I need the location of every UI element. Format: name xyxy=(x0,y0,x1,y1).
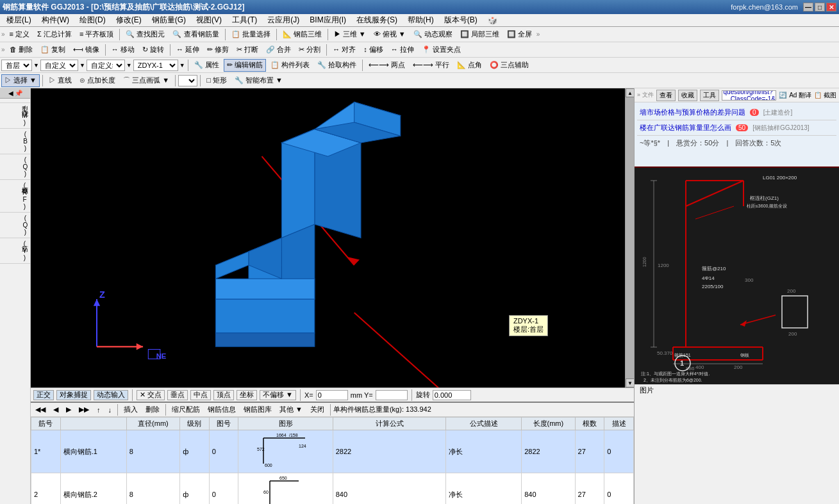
component-list-button[interactable]: 📋 构件列表 xyxy=(267,59,313,72)
nav-next-button[interactable]: ▶ xyxy=(63,403,74,416)
canvas-scrollbar[interactable]: ▲ ▼ xyxy=(625,88,634,387)
rotate-input[interactable] xyxy=(433,390,471,400)
left-item-q2[interactable]: (Q) xyxy=(0,213,30,238)
left-item-b[interactable]: (B) xyxy=(0,129,30,154)
parallel-button[interactable]: ⟵⟶ 平行 xyxy=(410,59,453,72)
3d-canvas[interactable]: Z NE ZDYX-1 楼层:首层 xyxy=(31,88,625,387)
find-element-button[interactable]: 🔍 查找图元 xyxy=(122,28,168,41)
menu-bim[interactable]: BIM应用(I) xyxy=(306,14,350,26)
web-link-2[interactable]: 楼在广联达钢筋算量里怎么画 xyxy=(640,124,731,131)
mirror-button[interactable]: ⟻ 镜像 xyxy=(70,44,103,56)
orthogonal-toggle[interactable]: 正交 xyxy=(33,390,54,400)
coordinate-toggle[interactable]: 坐标 xyxy=(237,390,257,400)
rotate-button[interactable]: ↻ 旋转 xyxy=(139,44,167,56)
split-button[interactable]: ✂ 分割 xyxy=(295,44,324,56)
dynamic-obs-button[interactable]: 🔍 动态观察 xyxy=(410,28,456,41)
break-button[interactable]: ✂ 打断 xyxy=(233,44,262,56)
midpoint-toggle[interactable]: 中点 xyxy=(190,390,211,400)
nav-first-button[interactable]: ◀◀ xyxy=(32,403,49,416)
3d-button[interactable]: ▶ 三维 ▼ xyxy=(331,28,369,41)
close-table-button[interactable]: 关闭 xyxy=(307,403,328,416)
pick-component-button[interactable]: 🔧 拾取构件 xyxy=(314,59,360,72)
web-item-2[interactable]: 楼在广联达钢筋算量里怎么画 50 [钢筋抽样GGJ2013] xyxy=(637,120,836,136)
panel-toggle[interactable]: ◀ xyxy=(8,90,13,97)
left-item-m[interactable]: 绕(M) xyxy=(0,103,30,129)
clip-btn[interactable]: 📋 截图 xyxy=(814,91,836,100)
define-select[interactable]: 自定义 xyxy=(40,60,78,71)
extend-button[interactable]: ↔ 延伸 xyxy=(173,44,203,56)
line-button[interactable]: ▷ 直线 xyxy=(46,74,75,87)
point-angle-button[interactable]: 📐 点角 xyxy=(454,59,485,72)
rectangle-button[interactable]: □ 矩形 xyxy=(203,74,230,87)
two-point-button[interactable]: ⟵⟶ 两点 xyxy=(365,59,408,72)
left-item-q[interactable]: (Q) xyxy=(0,154,30,180)
arc-button[interactable]: ⌒ 三点画弧 ▼ xyxy=(120,74,172,87)
tools-nav-btn[interactable]: 工具 xyxy=(700,90,719,101)
merge-button[interactable]: 🔗 合并 xyxy=(263,44,294,56)
left-item-type[interactable]: 型 xyxy=(0,99,30,103)
menu-floor[interactable]: 楼层(L) xyxy=(3,14,35,26)
set-grip-button[interactable]: 📍 设置夹点 xyxy=(419,44,464,56)
scroll-up-button[interactable]: ▲ xyxy=(626,88,634,97)
translate-btn[interactable]: Ad 翻译 xyxy=(789,91,811,100)
y-input[interactable] xyxy=(376,390,408,400)
offset-button[interactable]: ↕ 偏移 xyxy=(360,44,386,56)
total-calc-button[interactable]: Σ 汇总计算 xyxy=(34,28,75,41)
three-point-aux-button[interactable]: ⭕ 三点辅助 xyxy=(486,59,532,72)
align-slab-button[interactable]: ≡ 平齐板顶 xyxy=(76,28,117,41)
menu-rebar-qty[interactable]: 钢筋量(G) xyxy=(148,14,190,26)
delete-button[interactable]: 🗑 删除 xyxy=(6,44,36,56)
rebar-library-button[interactable]: 钢筋图库 xyxy=(240,403,275,416)
property-button[interactable]: 🔧 属性 xyxy=(191,59,222,72)
intersection-toggle[interactable]: ✕ 交点 xyxy=(137,390,165,400)
stretch-button[interactable]: ↔ 拉伸 xyxy=(388,44,417,56)
insert-button[interactable]: 插入 xyxy=(120,403,141,416)
nav-prev-button[interactable]: ◀ xyxy=(50,403,62,416)
delete-row-button[interactable]: 删除 xyxy=(142,403,163,416)
scroll-down-button[interactable]: ▼ xyxy=(626,378,634,387)
restore-button[interactable]: □ xyxy=(815,3,825,12)
favorites-btn[interactable]: 收藏 xyxy=(678,90,697,101)
menu-draw[interactable]: 绘图(D) xyxy=(76,14,110,26)
floor-select[interactable]: 首层 xyxy=(1,60,32,71)
table-row[interactable]: 1* 横向钢筋.1 8 ф 0 166 xyxy=(31,430,634,473)
define2-select[interactable]: 自定义线 xyxy=(87,60,125,71)
dynamic-input-toggle[interactable]: 动态输入 xyxy=(94,390,128,400)
web-item-1[interactable]: 墙市场价格与预算价格的差异问题 0 [土建造价] xyxy=(637,105,836,120)
left-item-kzq[interactable]: 框墙(RF) xyxy=(0,180,30,213)
nav-down-button[interactable]: ↓ xyxy=(105,403,115,416)
left-item-y[interactable]: 筋(Y) xyxy=(0,238,30,264)
menu-cloud[interactable]: 云应用(J) xyxy=(263,14,303,26)
menu-icon[interactable]: 🎲 xyxy=(484,15,501,26)
scroll-thumb[interactable] xyxy=(626,97,634,378)
no-offset-toggle[interactable]: 不偏移 ▼ xyxy=(260,390,296,400)
copy-button[interactable]: 📋 复制 xyxy=(37,44,69,56)
shape-select[interactable] xyxy=(178,75,197,86)
web-link-1[interactable]: 墙市场价格与预算价格的差异问题 xyxy=(640,108,745,116)
menu-help[interactable]: 帮助(H) xyxy=(404,14,438,26)
refresh-icon[interactable]: 🔄 xyxy=(779,92,786,99)
select-button[interactable]: ▷ 选择 ▼ xyxy=(1,74,40,87)
menu-component[interactable]: 构件(W) xyxy=(38,14,73,26)
scale-rebar-button[interactable]: 缩尺配筋 xyxy=(169,403,203,416)
rebar-3d-button[interactable]: 📐 钢筋三维 xyxy=(279,28,325,41)
move-button[interactable]: ↔ 移动 xyxy=(108,44,138,56)
view-btn[interactable]: 查看 xyxy=(656,90,676,101)
trim-button[interactable]: ✏ 修剪 xyxy=(204,44,232,56)
menu-tools[interactable]: 工具(T) xyxy=(228,14,261,26)
url-bar[interactable]: question/gml/list?__ClassCode=-1&__I xyxy=(724,90,777,101)
menu-version[interactable]: 版本号(B) xyxy=(440,14,481,26)
nav-up-button[interactable]: ↑ xyxy=(94,403,104,416)
table-row[interactable]: 2 横向钢筋.2 8 ф 0 650 xyxy=(31,473,634,505)
fullscreen-button[interactable]: 🔲 全屏 xyxy=(504,28,535,41)
rebar-info-button[interactable]: 钢筋信息 xyxy=(204,403,239,416)
top-view-button[interactable]: 👁 俯视 ▼ xyxy=(370,28,409,41)
point-length-button[interactable]: ⊙ 点加长度 xyxy=(76,74,119,87)
define-button[interactable]: ≡ 定义 xyxy=(6,28,33,41)
vertex-toggle[interactable]: 顶点 xyxy=(213,390,234,400)
close-button[interactable]: ✕ xyxy=(826,3,836,12)
zdyx-select[interactable]: ZDYX-1 xyxy=(133,60,178,71)
snap-toggle[interactable]: 对象捕捉 xyxy=(56,390,91,400)
panel-pin[interactable]: 📌 xyxy=(15,90,22,97)
minimize-button[interactable]: — xyxy=(803,3,813,12)
